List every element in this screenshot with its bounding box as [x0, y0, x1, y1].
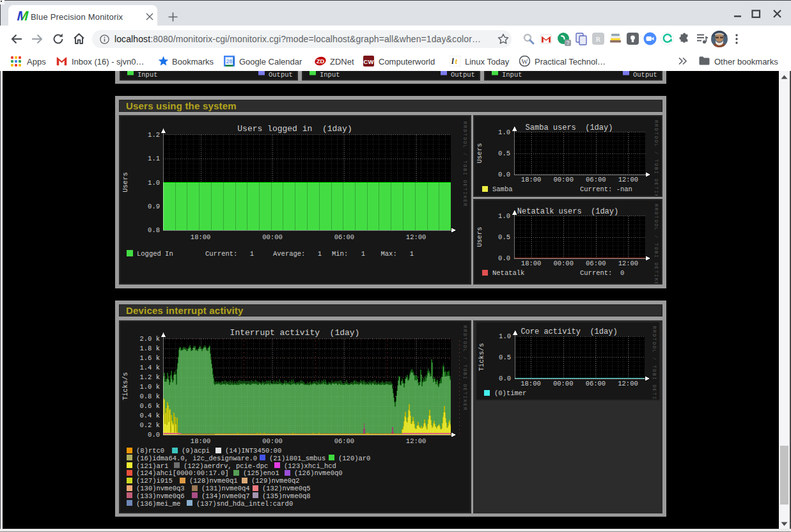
svg-text:Min:: Min: — [332, 250, 348, 258]
svg-text:RRDTOOL / TOBI OETIKER: RRDTOOL / TOBI OETIKER — [462, 121, 467, 207]
svg-text:0.4 k: 0.4 k — [139, 412, 160, 419]
svg-text:(135)nvme0q8: (135)nvme0q8 — [262, 492, 311, 499]
svg-text:ZD: ZD — [317, 58, 325, 65]
svg-text:06:00: 06:00 — [334, 233, 355, 241]
svg-text:1.6 k: 1.6 k — [139, 354, 160, 362]
svg-text:(0)timer: (0)timer — [494, 389, 526, 397]
svg-text:(128)nvme0q1: (128)nvme0q1 — [189, 477, 238, 485]
svg-text:18:00: 18:00 — [521, 176, 542, 184]
svg-text:Samba: Samba — [492, 185, 513, 193]
svg-text:00:00: 00:00 — [262, 233, 283, 241]
svg-text:06:00: 06:00 — [586, 176, 606, 184]
svg-text:CW: CW — [364, 58, 374, 65]
svg-text:?: ? — [567, 40, 570, 46]
svg-text:12:00: 12:00 — [618, 176, 639, 184]
svg-text:(16)idma64.0, i2c_designware.0: (16)idma64.0, i2c_designware.0 — [136, 454, 257, 462]
svg-text:(9)acpi: (9)acpi — [182, 447, 210, 455]
svg-text:18:00: 18:00 — [191, 233, 211, 241]
svg-text:00:00: 00:00 — [553, 260, 574, 267]
svg-text:0.8: 0.8 — [148, 226, 160, 234]
svg-text:Interrupt activity (1day): Interrupt activity (1day) — [230, 328, 360, 338]
svg-text:00:00: 00:00 — [553, 380, 574, 387]
svg-text:Logged In: Logged In — [137, 250, 173, 258]
svg-text:1.2: 1.2 — [148, 131, 160, 139]
svg-text:0.0: 0.0 — [498, 254, 510, 262]
svg-text:0.0: 0.0 — [148, 431, 160, 439]
svg-text:12:00: 12:00 — [618, 260, 639, 267]
svg-text:18:00: 18:00 — [521, 260, 542, 267]
svg-text:1: 1 — [318, 250, 322, 258]
svg-text:1.4 k: 1.4 k — [139, 364, 160, 372]
svg-text:(137)snd_hda_intel:card0: (137)snd_hda_intel:card0 — [196, 499, 293, 507]
svg-text:(131)nvme0q4: (131)nvme0q4 — [201, 485, 250, 492]
svg-text:RRDTOOL / TOBI OETIKER: RRDTOOL / TOBI OETIKER — [654, 120, 659, 196]
svg-text:Ticks/s: Ticks/s — [478, 343, 485, 371]
svg-text:RRDTOOL / TOBI OETIKER: RRDTOOL / TOBI OETIKER — [462, 325, 467, 411]
svg-text:28: 28 — [226, 58, 232, 65]
svg-text:0.0: 0.0 — [498, 171, 510, 178]
svg-text:(125)eno1: (125)eno1 — [243, 469, 279, 477]
svg-text:1.0: 1.0 — [148, 179, 160, 187]
svg-text:W: W — [522, 58, 528, 65]
svg-text:0.5: 0.5 — [498, 233, 510, 241]
svg-text:0.0: 0.0 — [499, 375, 511, 382]
svg-text:(21)i801_smbus: (21)i801_smbus — [269, 454, 325, 462]
svg-text:(129)nvme0q2: (129)nvme0q2 — [251, 477, 300, 485]
svg-text:Core activity (1day): Core activity (1day) — [521, 327, 617, 336]
svg-text:Max:: Max: — [381, 250, 397, 258]
svg-text:1: 1 — [410, 250, 414, 258]
svg-text:1.8 k: 1.8 k — [139, 345, 160, 352]
svg-text:06:00: 06:00 — [586, 380, 606, 387]
svg-text:1.2 k: 1.2 k — [139, 373, 160, 381]
svg-text:(127)i915: (127)i915 — [136, 477, 173, 485]
svg-text:1: 1 — [250, 250, 254, 258]
svg-text:(120)ar0: (120)ar0 — [338, 454, 370, 462]
svg-text:Samba users (1day): Samba users (1day) — [526, 123, 613, 132]
svg-text:Netatalk users (1day): Netatalk users (1day) — [517, 207, 618, 216]
svg-text:M: M — [15, 10, 29, 22]
svg-text:06:00: 06:00 — [334, 437, 355, 445]
svg-text:RRDTOOL / TOBI OETIKER: RRDTOOL / TOBI OETIKER — [652, 326, 657, 400]
svg-text:0.2 k: 0.2 k — [139, 421, 160, 429]
svg-text:1.0: 1.0 — [498, 212, 510, 220]
svg-text:00:00: 00:00 — [553, 176, 574, 184]
svg-text:1.0: 1.0 — [498, 129, 510, 136]
svg-text:Ticks/s: Ticks/s — [121, 372, 129, 400]
svg-text:2.0 k: 2.0 k — [139, 335, 160, 343]
svg-text:00:00: 00:00 — [262, 437, 283, 445]
svg-text:R: R — [596, 35, 601, 43]
svg-text:0.6 k: 0.6 k — [139, 402, 160, 410]
svg-text:12:00: 12:00 — [406, 437, 427, 445]
svg-text:0.8 k: 0.8 k — [139, 393, 160, 400]
svg-text:(136)mei_me: (136)mei_me — [136, 499, 180, 507]
svg-text:0.5: 0.5 — [498, 150, 510, 157]
svg-text:12:00: 12:00 — [406, 233, 427, 241]
svg-text:12:00: 12:00 — [618, 380, 638, 387]
svg-text:18:00: 18:00 — [191, 437, 211, 445]
svg-text:(8)rtc0: (8)rtc0 — [136, 447, 164, 455]
svg-text:Netatalk: Netatalk — [492, 269, 524, 277]
svg-text:Output: Output — [451, 71, 475, 78]
svg-text:(130)nvme0q3: (130)nvme0q3 — [136, 485, 185, 492]
svg-text:1.0 k: 1.0 k — [139, 383, 160, 391]
svg-text:1: 1 — [361, 250, 365, 258]
svg-text:(14)INT3450:00: (14)INT3450:00 — [225, 447, 281, 455]
svg-text:Current:: Current: — [205, 250, 237, 258]
svg-text:(134)nvme0q7: (134)nvme0q7 — [201, 492, 250, 499]
svg-text:0.9: 0.9 — [148, 203, 160, 210]
svg-text:(133)nvme0q6: (133)nvme0q6 — [136, 492, 185, 499]
svg-text:Input: Input — [502, 71, 522, 78]
svg-text:Output: Output — [269, 71, 293, 78]
svg-text:RRDTOOL / TOBI OETIKER: RRDTOOL / TOBI OETIKER — [654, 204, 659, 283]
svg-text:1.0: 1.0 — [499, 332, 511, 340]
svg-text:0.5: 0.5 — [499, 354, 511, 361]
svg-text:Input: Input — [137, 71, 158, 78]
svg-text:(122)aerdrv, pcie-dpc: (122)aerdrv, pcie-dpc — [184, 462, 268, 469]
svg-text:18:00: 18:00 — [521, 380, 541, 387]
svg-text:(121)ar1: (121)ar1 — [136, 462, 168, 469]
svg-text:Output: Output — [633, 71, 657, 78]
svg-text:Input: Input — [320, 71, 340, 78]
svg-text:Users logged in (1day): Users logged in (1day) — [237, 124, 352, 134]
svg-text:06:00: 06:00 — [586, 260, 606, 267]
svg-text:Current: 0: Current: 0 — [580, 269, 624, 277]
